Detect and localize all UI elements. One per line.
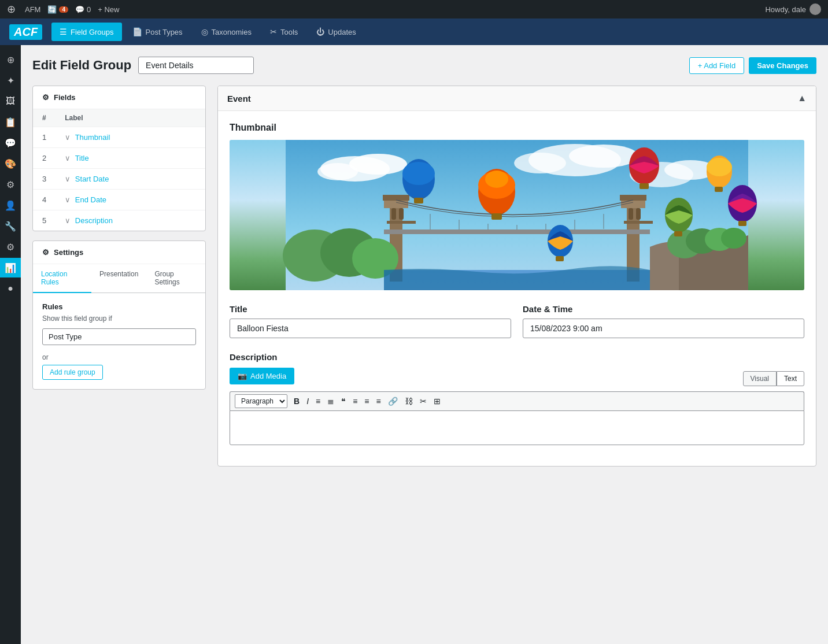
sidebar-item-appearance[interactable]: 🎨 [0, 154, 21, 173]
nav-post-types[interactable]: 📄 Post Types [124, 23, 191, 41]
italic-button[interactable]: I [304, 395, 312, 408]
nav-tools[interactable]: ✂ Tools [262, 23, 306, 41]
date-field: Date & Time [523, 304, 804, 338]
nav-updates[interactable]: ⏻ Updates [308, 23, 364, 41]
fields-panel: ⚙ Fields # Label 1 ∨ Thumbnail [32, 86, 206, 231]
nav-taxonomies[interactable]: ◎ Taxonomies [193, 23, 260, 41]
sidebar-item-tools[interactable]: 🔧 [0, 216, 21, 236]
nav-field-groups[interactable]: ☰ Field Groups [51, 23, 121, 41]
more-button[interactable]: ✂ [417, 395, 430, 408]
sidebar-item-posts[interactable]: ✦ [0, 71, 21, 90]
sidebar-item-pages[interactable]: 📋 [0, 112, 21, 132]
sidebar-item-settings[interactable]: ⚙ [0, 237, 21, 257]
date-input[interactable] [523, 319, 804, 338]
blockquote-button[interactable]: ❝ [338, 395, 349, 408]
site-name[interactable]: AFM [25, 5, 40, 14]
fullscreen-button[interactable]: ⊞ [431, 395, 443, 408]
field-groups-icon: ☰ [60, 27, 67, 36]
comments-item[interactable]: 💬 0 [75, 5, 91, 14]
new-button[interactable]: + New [98, 5, 119, 14]
svg-point-35 [721, 228, 746, 249]
unordered-list-button[interactable]: ≡ [313, 395, 323, 408]
fields-icon: ⚙ [42, 93, 49, 102]
svg-point-37 [402, 162, 435, 185]
nav-updates-label: Updates [328, 28, 356, 36]
svg-rect-20 [624, 221, 653, 224]
field-group-name-input[interactable] [138, 57, 254, 74]
two-col-layout: ⚙ Fields # Label 1 ∨ Thumbnail [32, 86, 816, 467]
sidebar-item-plugins[interactable]: ⚙ [0, 175, 21, 194]
ordered-list-button[interactable]: ≣ [324, 395, 337, 408]
align-left-button[interactable]: ≡ [350, 395, 360, 408]
add-field-button[interactable]: + Add Field [689, 57, 744, 74]
svg-point-43 [485, 171, 508, 188]
left-panel: ⚙ Fields # Label 1 ∨ Thumbnail [32, 86, 206, 390]
field-label-cell: ∨ End Date [56, 190, 205, 210]
text-button[interactable]: Text [777, 371, 804, 386]
settings-tabs: Location Rules Presentation Group Settin… [33, 264, 205, 293]
align-center-button[interactable]: ≡ [361, 395, 372, 408]
col-label: Label [56, 109, 205, 127]
admin-bar: ⊕ AFM 🔄 4 💬 0 + New Howdy, dale [0, 0, 828, 18]
sidebar-item-dashboard[interactable]: ⊕ [0, 50, 21, 69]
settings-title: Settings [54, 248, 83, 257]
tab-group-settings[interactable]: Group Settings [146, 264, 205, 293]
save-changes-button[interactable]: Save Changes [749, 57, 816, 74]
chevron-icon: ∨ [65, 175, 71, 183]
page-header-left: Edit Field Group [32, 57, 254, 74]
svg-point-50 [707, 158, 732, 176]
field-link[interactable]: End Date [75, 195, 106, 204]
add-rule-group-button[interactable]: Add rule group [42, 365, 103, 380]
visual-button[interactable]: Visual [743, 371, 777, 386]
svg-rect-12 [391, 208, 396, 220]
align-right-button[interactable]: ≡ [374, 395, 384, 408]
table-row: 4 ∨ End Date [33, 190, 205, 210]
field-link[interactable]: Title [75, 154, 89, 162]
tab-location-rules[interactable]: Location Rules [33, 264, 91, 293]
sidebar-item-comments[interactable]: 💬 [0, 133, 21, 153]
svg-rect-13 [399, 208, 404, 220]
field-link[interactable]: Description [75, 216, 113, 225]
event-content: Thumbnail [218, 111, 816, 466]
svg-rect-19 [636, 208, 641, 220]
svg-rect-48 [640, 183, 649, 189]
table-row: 1 ∨ Thumbnail [33, 127, 205, 148]
field-number: 2 [33, 148, 56, 169]
date-field-label: Date & Time [523, 304, 804, 314]
tab-presentation[interactable]: Presentation [91, 264, 146, 293]
svg-point-2 [349, 154, 407, 175]
svg-rect-28 [384, 230, 650, 234]
svg-rect-44 [491, 213, 502, 220]
editor-content[interactable] [230, 410, 804, 445]
page-title: Edit Field Group [32, 58, 131, 73]
field-link[interactable]: Thumbnail [75, 133, 110, 142]
avatar [809, 3, 821, 15]
field-number: 5 [33, 210, 56, 231]
field-link[interactable]: Start Date [75, 175, 109, 183]
settings-icon: ⚙ [42, 248, 49, 257]
title-date-row: Title Date & Time [230, 304, 804, 338]
collapse-button[interactable]: ▲ [797, 93, 807, 103]
unlink-button[interactable]: ⛓ [402, 395, 416, 408]
sidebar-item-extra[interactable]: ● [0, 279, 21, 298]
sidebar-item-acf[interactable]: 📊 [0, 258, 21, 277]
title-input[interactable] [230, 319, 511, 338]
svg-rect-11 [383, 195, 409, 201]
main-layout: ⊕ ✦ 🖼 📋 💬 🎨 ⚙ 👤 🔧 ⚙ 📊 ● Edit Field Group… [0, 45, 828, 644]
field-number: 1 [33, 127, 56, 148]
sidebar-item-users[interactable]: 👤 [0, 195, 21, 215]
svg-rect-38 [414, 198, 423, 203]
field-label-cell: ∨ Title [56, 148, 205, 169]
bold-button[interactable]: B [291, 395, 302, 408]
settings-body: Rules Show this field group if or Add ru… [33, 293, 205, 389]
paragraph-select[interactable]: Paragraph [235, 394, 287, 408]
svg-point-5 [569, 145, 638, 168]
chevron-icon: ∨ [65, 195, 71, 204]
link-button[interactable]: 🔗 [385, 395, 401, 408]
sidebar-item-media[interactable]: 🖼 [0, 91, 21, 111]
updates-item[interactable]: 🔄 4 [47, 5, 68, 14]
add-media-button[interactable]: 📷 Add Media [230, 368, 294, 384]
chevron-icon: ∨ [65, 216, 71, 225]
post-type-input[interactable] [42, 328, 196, 345]
svg-rect-51 [715, 187, 723, 192]
